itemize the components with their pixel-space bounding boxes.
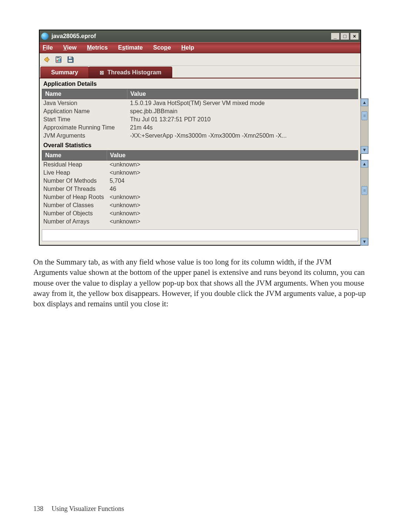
tab-threads-histogram[interactable]: ⊠ Threads Histogram	[89, 67, 172, 78]
col-header-value: Value	[107, 151, 358, 160]
back-icon[interactable]	[42, 55, 51, 64]
tabbar: Summary ⊠ Threads Histogram	[40, 66, 360, 78]
table-row[interactable]: Application Namespec.jbb.JBBmain	[42, 107, 358, 115]
scroll-track[interactable]	[361, 106, 368, 146]
cell-name: Application Name	[42, 108, 127, 115]
cell-value: 21m 44s	[127, 124, 358, 131]
menu-help[interactable]: Help	[181, 44, 194, 51]
menu-estimate[interactable]: Estimate	[118, 44, 143, 51]
page-footer: 138 Using Visualizer Functions	[33, 505, 124, 513]
cell-value: <unknown>	[107, 169, 358, 176]
tab-summary[interactable]: Summary	[40, 67, 89, 78]
svg-rect-2	[57, 60, 58, 62]
table-row[interactable]: JVM Arguments-XX:+ServerApp -Xms3000m -X…	[42, 132, 358, 140]
cell-name: Number of Objects	[42, 210, 107, 217]
table-row[interactable]: Number of Classes<unknown>	[42, 201, 358, 209]
cell-value: 1.5.0.19 Java HotSpot(TM) Server VM mixe…	[127, 100, 358, 107]
table-row[interactable]: Java Version1.5.0.19 Java HotSpot(TM) Se…	[42, 99, 358, 107]
toolbar	[40, 53, 360, 66]
col-header-name: Name	[42, 151, 107, 160]
cell-value: <unknown>	[107, 194, 358, 201]
table-row[interactable]: Number Of Methods5,704	[42, 177, 358, 185]
cell-name: Number Of Methods	[42, 178, 107, 184]
col-header-value: Value	[127, 89, 358, 99]
menu-metrics[interactable]: Metrics	[87, 44, 108, 51]
window-title: java28065.eprof	[51, 33, 331, 40]
minimize-button[interactable]: _	[331, 33, 340, 40]
table-row[interactable]: Start TimeThu Jul 01 13:27:51 PDT 2010	[42, 115, 358, 124]
scroll-thumb[interactable]	[361, 111, 367, 120]
menu-scope[interactable]: Scope	[153, 44, 171, 51]
tab-close-icon[interactable]: ⊠	[99, 70, 104, 75]
table-row[interactable]: Number of Objects<unknown>	[42, 209, 358, 218]
cell-name: Approximate Running Time	[42, 124, 127, 131]
cell-name: Number of Classes	[42, 202, 107, 209]
save-icon[interactable]	[66, 55, 75, 64]
scroll-down-icon[interactable]: ▼	[361, 146, 368, 154]
scroll-up-icon[interactable]: ▲	[361, 160, 368, 168]
svg-rect-6	[71, 57, 71, 58]
titlebar[interactable]: java28065.eprof _ □ ×	[40, 30, 360, 42]
status-strip	[42, 229, 358, 241]
cell-value: <unknown>	[107, 210, 358, 217]
maximize-button[interactable]: □	[340, 33, 349, 40]
stats-header: Name Value	[42, 150, 358, 161]
cell-name: Start Time	[42, 116, 127, 123]
section-title-overall-stats: Overall Statistics	[40, 140, 360, 150]
table-row[interactable]: Number of Heap Roots<unknown>	[42, 193, 358, 201]
table-row[interactable]: Residual Heap<unknown>	[42, 161, 358, 169]
cell-name: Number of Arrays	[42, 218, 107, 225]
close-button[interactable]: ×	[350, 33, 359, 40]
menu-view[interactable]: View	[63, 44, 77, 51]
tab-threads-label: Threads Histogram	[107, 69, 161, 76]
table-row[interactable]: Number of Arrays<unknown>	[42, 218, 358, 226]
overall-statistics-panel: Name Value Residual Heap<unknown>Live He…	[42, 150, 358, 226]
table-row[interactable]: Approximate Running Time21m 44s	[42, 124, 358, 132]
app-details-scrollbar[interactable]: ▲ ▼	[360, 98, 369, 154]
svg-rect-1	[57, 57, 60, 58]
cell-value: <unknown>	[107, 161, 358, 168]
app-icon	[41, 33, 49, 40]
cell-value: <unknown>	[107, 202, 358, 209]
table-row[interactable]: Live Heap<unknown>	[42, 169, 358, 177]
stats-scrollbar[interactable]: ▲ ▼	[360, 160, 369, 246]
table-row[interactable]: Number Of Threads46	[42, 185, 358, 193]
cell-name: JVM Arguments	[42, 132, 127, 139]
cell-name: Number Of Threads	[42, 186, 107, 192]
svg-rect-3	[58, 59, 59, 62]
svg-rect-4	[60, 58, 61, 62]
scroll-up-icon[interactable]: ▲	[361, 99, 368, 106]
scroll-track[interactable]	[361, 168, 368, 238]
cell-value: Thu Jul 01 13:27:51 PDT 2010	[127, 116, 358, 123]
page-number: 138	[33, 505, 43, 512]
cell-name: Number of Heap Roots	[42, 194, 107, 201]
content-area: Application Details Name Value Java Vers…	[40, 78, 360, 245]
window-controls: _ □ ×	[331, 33, 359, 40]
cell-value: spec.jbb.JBBmain	[127, 108, 358, 115]
cell-value: -XX:+ServerApp -Xms3000m -Xmx3000m -Xmn2…	[127, 132, 358, 139]
tab-summary-label: Summary	[51, 69, 78, 76]
menubar: File View Metrics Estimate Scope Help	[40, 42, 360, 53]
cell-name: Java Version	[42, 100, 127, 107]
cell-value: <unknown>	[107, 218, 358, 225]
app-details-header: Name Value	[42, 89, 358, 99]
application-window: java28065.eprof _ □ × File View Metrics …	[39, 30, 361, 246]
svg-rect-7	[69, 60, 72, 62]
overall-statistics-table: Residual Heap<unknown>Live Heap<unknown>…	[42, 161, 358, 226]
section-title-app-details: Application Details	[40, 78, 360, 89]
scroll-thumb[interactable]	[361, 186, 367, 195]
col-header-name: Name	[42, 89, 127, 99]
menu-file[interactable]: File	[43, 44, 53, 51]
chapter-title: Using Visualizer Functions	[52, 505, 124, 512]
cell-value: 5,704	[107, 178, 358, 184]
cell-name: Residual Heap	[42, 161, 107, 168]
application-details-panel: Name Value Java Version1.5.0.19 Java Hot…	[42, 89, 358, 140]
body-paragraph: On the Summary tab, as with any field wh…	[33, 257, 367, 309]
scroll-down-icon[interactable]: ▼	[361, 238, 368, 245]
cell-value: 46	[107, 186, 358, 192]
application-details-table: Java Version1.5.0.19 Java HotSpot(TM) Se…	[42, 99, 358, 140]
cell-name: Live Heap	[42, 169, 107, 176]
report-icon[interactable]	[54, 55, 63, 64]
